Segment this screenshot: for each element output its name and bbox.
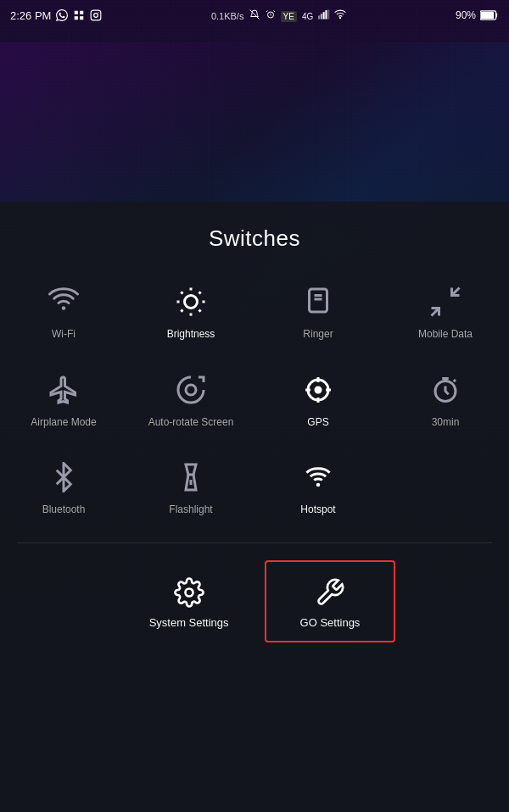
wrench-icon (315, 577, 345, 608)
switch-wifi[interactable]: Wi-Fi (0, 270, 127, 352)
ringer-icon-container (297, 281, 339, 323)
svg-rect-15 (328, 9, 330, 19)
quick-settings-panel: Switches Wi-Fi (0, 202, 509, 812)
svg-line-23 (181, 292, 182, 293)
gps-label: GPS (307, 416, 328, 430)
mobiledata-icon-container (424, 281, 467, 323)
timer-switch-icon (430, 375, 461, 405)
battery-percent: 90% (456, 9, 476, 21)
switches-row-2: Airplane Mode Auto-rotate Screen (0, 359, 509, 440)
switch-flashlight[interactable]: Flashlight (127, 446, 255, 527)
airplane-icon-container (42, 369, 85, 411)
svg-line-10 (273, 11, 275, 13)
svg-rect-1 (81, 11, 84, 14)
svg-line-9 (266, 11, 268, 13)
wifi-icon-container (42, 281, 85, 323)
hotspot-switch-icon (303, 462, 333, 492)
alarm-icon (266, 9, 276, 19)
svg-line-28 (199, 292, 201, 293)
timer-label: 30min (432, 416, 460, 430)
bluetooth-icon-container (42, 456, 85, 498)
svg-point-16 (340, 18, 341, 19)
network-speed: 0.1KB/s (211, 11, 244, 21)
system-settings-item[interactable]: System Settings (114, 560, 265, 642)
wifi-label: Wi-Fi (52, 328, 76, 342)
gps-switch-icon (303, 375, 333, 405)
divider (17, 542, 492, 543)
svg-rect-11 (318, 15, 320, 19)
panel-title: Switches (0, 202, 509, 270)
flashlight-switch-icon (176, 462, 206, 492)
svg-line-27 (181, 310, 182, 312)
switch-hotspot[interactable]: Hotspot (255, 446, 382, 527)
switch-mobiledata[interactable]: Mobile Data (382, 270, 509, 352)
bluetooth-switch-icon (48, 462, 79, 492)
brightness-switch-icon (176, 286, 206, 317)
system-settings-icon-container (171, 574, 208, 611)
svg-point-34 (186, 385, 196, 395)
switch-autorotate[interactable]: Auto-rotate Screen (127, 359, 255, 440)
battery-icon (480, 10, 499, 20)
switch-brightness[interactable]: Brightness (127, 270, 255, 352)
svg-line-24 (199, 310, 201, 312)
switches-row-3: Bluetooth Flashlight Hots (0, 446, 509, 527)
switch-airplane[interactable]: Airplane Mode (0, 359, 127, 440)
mobiledata-label: Mobile Data (418, 328, 473, 342)
svg-point-20 (185, 296, 198, 309)
svg-rect-3 (81, 16, 84, 19)
svg-point-5 (94, 14, 98, 18)
autorotate-switch-icon (176, 375, 206, 405)
svg-rect-13 (323, 12, 325, 19)
grid-icon (73, 9, 85, 21)
system-settings-label: System Settings (149, 616, 229, 629)
svg-rect-18 (481, 12, 494, 19)
flashlight-label: Flashlight (169, 503, 212, 517)
switch-timer[interactable]: 30min (382, 359, 509, 440)
flashlight-icon-container (170, 456, 212, 498)
svg-line-7 (250, 10, 260, 19)
autorotate-label: Auto-rotate Screen (148, 416, 234, 430)
svg-point-44 (316, 483, 321, 487)
ringer-label: Ringer (303, 328, 333, 342)
status-right: 90% (456, 9, 499, 21)
bluetooth-label: Bluetooth (42, 503, 86, 517)
wifi-switch-icon (48, 286, 79, 317)
switch-ringer[interactable]: Ringer (255, 270, 382, 352)
brightness-icon-container (170, 281, 212, 323)
airplane-switch-icon (48, 375, 79, 405)
status-left: 2:26 PM (10, 9, 102, 22)
gear-icon (174, 577, 204, 608)
status-bar: 2:26 PM 0.1KB/s YE 4G (0, 0, 509, 31)
status-center: 0.1KB/s YE 4G (211, 9, 347, 21)
instagram-icon (90, 9, 102, 21)
svg-rect-0 (75, 11, 78, 14)
timer-icon-container (424, 369, 467, 411)
go-settings-label: GO Settings (300, 616, 361, 629)
gps-icon-container (297, 369, 339, 411)
brightness-label: Brightness (167, 328, 215, 342)
ringer-switch-icon (303, 286, 333, 317)
signal-icon (318, 9, 330, 19)
svg-rect-4 (92, 10, 102, 20)
settings-row: System Settings GO Settings (0, 552, 509, 668)
svg-rect-12 (321, 14, 322, 19)
mobiledata-switch-icon (430, 286, 461, 317)
switch-bluetooth[interactable]: Bluetooth (0, 446, 127, 527)
hotspot-icon-container (297, 456, 339, 498)
autorotate-icon-container (170, 369, 212, 411)
svg-rect-2 (75, 16, 78, 19)
airplane-label: Airplane Mode (31, 416, 96, 430)
time: 2:26 PM (10, 9, 51, 22)
switch-gps[interactable]: GPS (255, 359, 382, 440)
hotspot-label: Hotspot (300, 503, 335, 517)
go-settings-icon-container (311, 574, 349, 611)
switches-row-1: Wi-Fi Brightness (0, 270, 509, 352)
svg-rect-14 (326, 10, 327, 19)
empty-icon (424, 463, 467, 505)
go-settings-item[interactable]: GO Settings (265, 560, 396, 642)
svg-point-6 (98, 12, 99, 13)
switch-empty (382, 446, 509, 527)
svg-point-45 (185, 588, 193, 596)
svg-point-19 (62, 306, 66, 310)
mute-icon (249, 9, 260, 19)
